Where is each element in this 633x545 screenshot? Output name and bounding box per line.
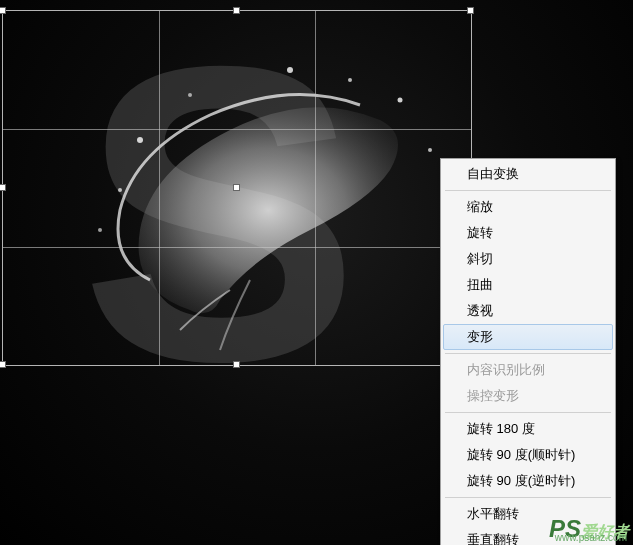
menu-item-rotate-180[interactable]: 旋转 180 度 [443,416,613,442]
watermark-url: www.psahz.com [555,532,627,543]
menu-item-rotate-90-cw[interactable]: 旋转 90 度(顺时针) [443,442,613,468]
menu-item-scale[interactable]: 缩放 [443,194,613,220]
transform-grid-line [315,11,316,365]
transform-handle-top-left[interactable] [0,7,6,14]
menu-item-rotate[interactable]: 旋转 [443,220,613,246]
transform-context-menu: 自由变换 缩放 旋转 斜切 扭曲 透视 变形 内容识别比例 操控变形 旋转 18… [440,158,616,545]
menu-item-perspective[interactable]: 透视 [443,298,613,324]
menu-item-warp[interactable]: 变形 [443,324,613,350]
menu-separator [445,190,611,191]
menu-item-distort[interactable]: 扭曲 [443,272,613,298]
menu-item-content-aware-scale: 内容识别比例 [443,357,613,383]
transform-handle-bottom-middle[interactable] [233,361,240,368]
menu-separator [445,412,611,413]
transform-grid-line [3,247,471,248]
transform-grid-line [3,129,471,130]
transform-handle-middle-left[interactable] [0,184,6,191]
menu-separator [445,497,611,498]
transform-handle-top-right[interactable] [467,7,474,14]
transform-grid-line [159,11,160,365]
menu-item-rotate-90-ccw[interactable]: 旋转 90 度(逆时针) [443,468,613,494]
transform-handle-top-middle[interactable] [233,7,240,14]
menu-separator [445,353,611,354]
menu-item-free-transform[interactable]: 自由变换 [443,161,613,187]
transform-handle-bottom-left[interactable] [0,361,6,368]
transform-handle-center[interactable] [233,184,240,191]
menu-item-skew[interactable]: 斜切 [443,246,613,272]
transform-bounding-box[interactable] [2,10,472,366]
menu-item-puppet-warp: 操控变形 [443,383,613,409]
